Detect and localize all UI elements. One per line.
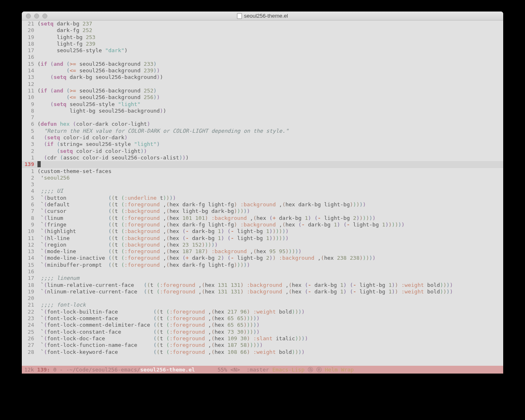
line-number: 18 — [22, 282, 37, 288]
code-line[interactable]: light-bg seoul256-background)) — [37, 108, 503, 114]
code-line[interactable]: `(minibuffer-prompt ((t (:foreground ,(h… — [37, 262, 503, 268]
cursor — [37, 161, 41, 167]
ml-minor-modes: Helm Wrap — [325, 367, 354, 373]
window-title-text: seoul256-theme.el — [244, 13, 288, 19]
line-number: 18 — [22, 41, 37, 47]
code-line[interactable]: `(font-lock-constant-face ((t (:foregrou… — [37, 329, 503, 335]
line-number: 16 — [22, 54, 37, 60]
code-line[interactable] — [37, 295, 503, 302]
line-number: 9 — [22, 222, 37, 228]
line-number: 2 — [22, 175, 37, 181]
code-line[interactable]: `(linum ((t (:foreground ,(hex 101 101) … — [37, 215, 503, 222]
code-line[interactable]: (<= seoul256-background 239)) — [37, 67, 503, 74]
code-line[interactable]: (setq color-id color-light)) — [37, 148, 503, 155]
code-line[interactable]: (custom-theme-set-faces — [37, 168, 503, 175]
line-number: 25 — [22, 329, 37, 335]
current-line-number: 139 — [22, 161, 37, 168]
code-line[interactable]: `(linum-relative-current-face ((t (:fore… — [37, 282, 503, 288]
code-line[interactable]: light-fg 239 — [37, 41, 503, 47]
line-number: 28 — [22, 349, 37, 355]
code-line[interactable]: dark-fg 252 — [37, 27, 503, 34]
code-line[interactable] — [37, 268, 503, 275]
code-line[interactable]: `(cursor ((t (:background ,(hex light-bg… — [37, 208, 503, 215]
code-line[interactable]: `(font-lock-comment-face ((t (:foregroun… — [37, 315, 503, 322]
ml-line: 139: — [37, 367, 50, 373]
code-line[interactable]: ;;;; UI — [37, 188, 503, 194]
code-line[interactable]: ;;;; linenum — [37, 275, 503, 282]
code-line[interactable]: `(nlinum-relative-current-face ((t (:for… — [37, 288, 503, 295]
ml-narrow: <N> — [230, 367, 240, 373]
line-number: 19 — [22, 288, 37, 295]
line-number: 8 — [22, 215, 37, 222]
code-line[interactable]: `(font-lock-keyword-face ((t (:foregroun… — [37, 349, 503, 355]
line-number: 1 — [22, 168, 37, 175]
ml-size: 12k — [24, 367, 34, 373]
line-number: 6 — [22, 121, 37, 127]
line-number: 21 — [22, 21, 37, 27]
line-number: 10 — [22, 228, 37, 235]
line-number: 4 — [22, 188, 37, 194]
code-line[interactable]: (setq dark-bg seoul256-background)) — [37, 74, 503, 81]
code-line[interactable]: `(font-lock-comment-delimiter-face ((t (… — [37, 322, 503, 328]
code-line[interactable]: ;;;; font-lock — [37, 302, 503, 308]
line-number: 7 — [22, 208, 37, 215]
ml-vc: :master — [246, 367, 269, 373]
code-line[interactable]: (<= seoul256-background 256)) — [37, 94, 503, 101]
line-number: 26 — [22, 335, 37, 342]
code-line[interactable]: `(font-lock-function-name-face ((t (:for… — [37, 342, 503, 348]
code-line[interactable] — [37, 81, 503, 88]
code-line[interactable]: `(font-lock-doc-face ((t (:foreground ,(… — [37, 335, 503, 342]
line-number: 24 — [22, 322, 37, 328]
line-number: 21 — [22, 302, 37, 308]
code-line[interactable] — [37, 181, 503, 188]
code-line[interactable]: `(highlight ((t (:background ,(hex (- da… — [37, 228, 503, 235]
ml-major-mode: Emacs-Lisp — [272, 367, 304, 373]
code-line[interactable]: (setq dark-bg 237 — [37, 21, 503, 27]
line-number: 13 — [22, 248, 37, 255]
code-line[interactable]: `(button ((t (:underline t)))) — [37, 195, 503, 201]
code-line[interactable] — [37, 114, 503, 121]
editor-buffer[interactable]: 21(setq dark-bg 237 20 dark-fg 252 19 li… — [22, 21, 503, 366]
code-line[interactable]: `(mode-line-inactive ((t (:foreground ,(… — [37, 255, 503, 261]
echo-area[interactable] — [22, 374, 503, 381]
code-line[interactable] — [37, 54, 503, 60]
line-number: 22 — [22, 309, 37, 315]
line-number: 16 — [22, 268, 37, 275]
modeline: 12k 139: 0 - -~/Code/seoul256-emacs/seou… — [22, 366, 503, 374]
line-number: 20 — [22, 295, 37, 302]
code-line[interactable]: (cdr (assoc color-id seoul256-colors-ali… — [37, 155, 503, 161]
line-number: 20 — [22, 27, 37, 34]
line-number: 12 — [22, 242, 37, 248]
code-line[interactable]: (if (and (>= seoul256-background 233) — [37, 61, 503, 67]
code-line[interactable]: seoul256-style "dark") — [37, 47, 503, 54]
code-line[interactable]: `(hl-line ((t (:background ,(hex (- dark… — [37, 235, 503, 242]
code-line[interactable]: 'seoul256 — [37, 175, 503, 181]
line-number: 7 — [22, 114, 37, 121]
code-line[interactable]: (if (and (>= seoul256-background 252) — [37, 88, 503, 94]
code-line[interactable]: (setq seoul256-style "light" — [37, 101, 503, 108]
code-line[interactable]: `(font-lock-builtin-face ((t (:foregroun… — [37, 309, 503, 315]
line-number: 3 — [22, 141, 37, 148]
code-line[interactable] — [37, 161, 503, 168]
code-line[interactable]: `(mode-line ((t (:foreground ,(hex 187 1… — [37, 248, 503, 255]
line-number: 15 — [22, 61, 37, 67]
document-icon — [237, 13, 242, 19]
ml-percent: 55% — [218, 367, 227, 373]
line-number: 12 — [22, 81, 37, 88]
line-number: 6 — [22, 201, 37, 208]
code-line[interactable]: `(region ((t (:background ,(hex 23 152))… — [37, 242, 503, 248]
line-number: 2 — [22, 148, 37, 155]
line-number: 8 — [22, 108, 37, 114]
code-line[interactable]: light-bg 253 — [37, 34, 503, 41]
code-line[interactable]: (defun hex (color-dark color-light) — [37, 121, 503, 127]
code-line[interactable]: `(default ((t (:foreground ,(hex dark-fg… — [37, 201, 503, 208]
code-line[interactable]: `(fringe ((t (:foreground ,(hex dark-fg … — [37, 222, 503, 228]
titlebar: seoul256-theme.el — [22, 12, 503, 21]
line-number: 11 — [22, 235, 37, 242]
ml-icons: ⓐ ⓔ — [308, 366, 322, 374]
line-number: 14 — [22, 67, 37, 74]
ml-path: Code/seoul256-emacs/ — [76, 367, 140, 373]
code-line[interactable]: (setq color-id color-dark) — [37, 134, 503, 141]
code-line[interactable]: "Return the HEX value for COLOR-DARK or … — [37, 128, 503, 134]
code-line[interactable]: (if (string= seoul256-style "light") — [37, 141, 503, 148]
